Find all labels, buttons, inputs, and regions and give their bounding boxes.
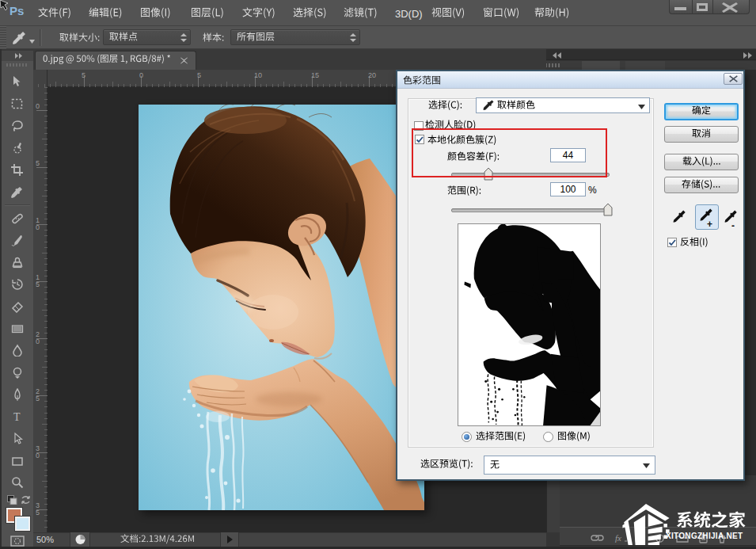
svg-text:fx: fx [615,533,621,543]
svg-text:T: T [13,411,21,423]
